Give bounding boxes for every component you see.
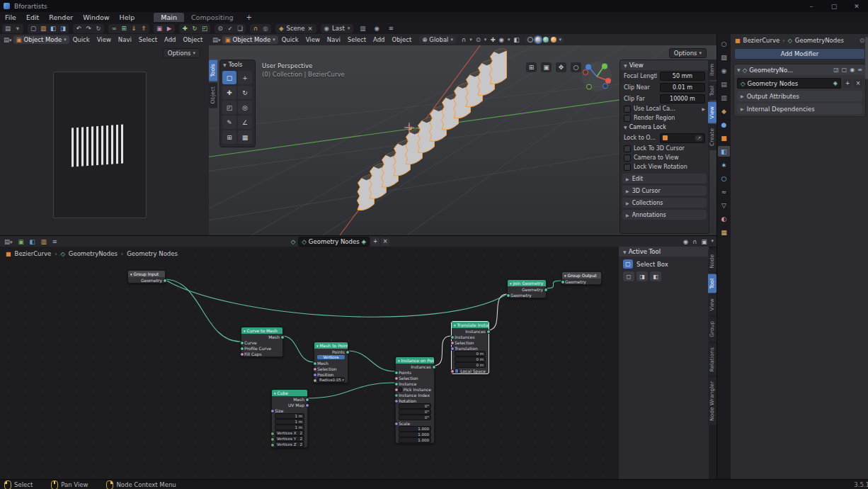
value-field[interactable]: 1 m (272, 413, 307, 419)
viewport-menu-navi[interactable]: Navi (115, 36, 135, 43)
render-image-icon[interactable]: ▣ (154, 24, 164, 33)
unlink-scene-icon[interactable]: × (307, 25, 312, 32)
breadcrumb-node-tree[interactable]: Geometry Nodes (127, 250, 178, 257)
socket-row-translation[interactable]: Translation (452, 345, 489, 351)
viewport-camera[interactable]: ▤▾ ▣ Object Mode▾ QuickViewNaviSelectAdd… (0, 34, 210, 235)
value-field[interactable]: 0° (396, 409, 434, 415)
file-save-as-icon[interactable]: ◨ (58, 24, 68, 33)
node-group-output[interactable]: ▾Group OutputGeometry (561, 271, 602, 285)
value-field-vertices-x[interactable]: Vertices X2 (272, 430, 307, 436)
checkbox-icon[interactable] (624, 164, 631, 171)
socket-row-instance-index[interactable]: Instance Index (396, 392, 434, 398)
breadcrumb-modifier[interactable]: GeometryNodes (795, 37, 844, 44)
proportional-editing-icon[interactable]: ◎ (261, 24, 270, 33)
zoom-icon[interactable]: ○ (571, 62, 581, 72)
value-field[interactable]: 0° (396, 415, 434, 420)
socket-row-profile-curve[interactable]: Profile Curve (241, 345, 282, 351)
modifier-extras-icon[interactable]: ≡ (857, 67, 862, 73)
value-field[interactable]: 0 m (452, 362, 489, 368)
overlay-icon[interactable]: ▣ (701, 238, 707, 245)
camera-viewport-canvas[interactable]: Options▾ (0, 45, 209, 235)
breadcrumb-modifier[interactable]: GeometryNodes (69, 250, 118, 257)
orientation-dropdown[interactable]: ⊕ Global▾ (419, 35, 456, 44)
section-internal-dependencies[interactable]: ▶Internal Dependencies (737, 103, 862, 114)
viewport-menu-select[interactable]: Select (135, 36, 161, 43)
import-icon[interactable]: ⇓ (129, 24, 139, 33)
workspace-tab-main[interactable]: Main (154, 13, 184, 22)
node-canvas[interactable]: ▾Group InputGeometry ▾Curve to MeshMeshC… (0, 247, 708, 480)
checkbox-icon[interactable] (624, 106, 631, 113)
tool-select-box[interactable]: ▢ (222, 71, 236, 84)
socket-row-instance[interactable]: Instance (396, 381, 434, 386)
node-translate-instances[interactable]: ▾Translate InstancesInstancesInstancesSe… (451, 321, 489, 374)
node-sidebar-tab-node-wrangler[interactable]: Node Wrangler (708, 377, 716, 425)
node-sidebar-tab-node[interactable]: Node (708, 250, 716, 273)
use-local-ca-checkbox[interactable]: Use Local Ca... ▶ (620, 104, 709, 113)
value-field-vertices-z[interactable]: Vertices Z2 (272, 442, 307, 447)
value-field[interactable]: 0 m (452, 356, 489, 362)
tool-scale[interactable]: ◰ (222, 101, 236, 114)
section-3d-cursor[interactable]: ▶3D Cursor (622, 186, 707, 196)
mode-dropdown[interactable]: ▣ Object Mode▾ (13, 35, 69, 44)
new-node-group-button[interactable]: + (843, 79, 852, 88)
node-sidebar-tab-view[interactable]: View (708, 294, 716, 315)
pivot-point-icon[interactable]: ⊙ (476, 36, 481, 43)
value-field[interactable]: 1 m (272, 425, 307, 430)
socket-row-instances[interactable]: Instances (452, 328, 489, 334)
editor-type-icon[interactable]: ▤ (3, 24, 13, 33)
section-collections[interactable]: ▶Collections (622, 198, 707, 208)
snap-magnet-icon[interactable]: ∩ (462, 36, 466, 43)
socket-row-selection[interactable]: Selection (396, 375, 434, 381)
xray-toggle-icon[interactable]: ◧ (513, 36, 519, 43)
viewport-menu-view[interactable]: View (93, 36, 115, 43)
scene-selector[interactable]: ◆ Scene × (275, 24, 316, 33)
breadcrumb-object[interactable]: BezierCurve (743, 37, 780, 44)
node-curve-to-mesh[interactable]: ▾Curve to MeshMeshCurveProfile CurveFill… (241, 327, 283, 357)
duplicate-icon[interactable]: ❏ (235, 24, 245, 33)
tool-rotate[interactable]: ↻ (238, 86, 252, 99)
socket-row-geometry[interactable]: Geometry (508, 292, 546, 298)
snap-options-caret[interactable]: ▾ (469, 37, 472, 43)
properties-tab-render[interactable]: ◉ (718, 65, 730, 76)
origin-icon[interactable]: ⊙ (215, 24, 225, 33)
shading-material-icon[interactable] (543, 37, 549, 43)
mode-dropdown[interactable]: Vertices (314, 354, 348, 360)
properties-tab-object-data[interactable]: ▽ (718, 200, 730, 210)
export-icon[interactable]: ⇑ (139, 24, 149, 33)
undo-icon[interactable]: ↶ (74, 24, 84, 33)
render-toggle-icon[interactable]: ◉ (850, 67, 855, 73)
viewport-options-button[interactable]: Options▾ (669, 48, 707, 58)
extras-icon[interactable]: ≡ (386, 24, 396, 33)
pin-id-icon[interactable]: ⊙ (860, 37, 864, 44)
checkbox-icon[interactable] (624, 145, 631, 152)
viewport-menu-quick[interactable]: Quick (278, 36, 302, 43)
properties-tab-texture[interactable]: ▦ (718, 227, 730, 237)
shading-solid-icon[interactable] (535, 37, 541, 43)
minimize-button[interactable]: – (807, 3, 816, 10)
camera-to-view-checkbox[interactable]: Camera to View (620, 153, 709, 162)
snapping-icon[interactable]: ∩ (692, 238, 697, 245)
unlink-node-group-button[interactable]: × (381, 237, 389, 246)
toolshelf-tab-object[interactable]: Object (209, 82, 217, 108)
new-node-group-button[interactable]: + (371, 237, 379, 246)
menu-help[interactable]: Help (115, 13, 140, 21)
node-cube[interactable]: ▾CubeMeshUV MapSize1 m1 m1 mVertices X2V… (271, 389, 308, 448)
viewport-3d[interactable]: ▤▾ ▣ Object Mode▾ QuickViewNaviSelectAdd… (209, 34, 716, 235)
navigation-gizmo[interactable] (581, 61, 612, 92)
link-icon[interactable]: ∞ (109, 24, 119, 33)
value-field-vertices-y[interactable]: Vertices Y2 (272, 436, 307, 442)
editor-type-icon[interactable]: ▤▾ (4, 36, 12, 43)
socket-row-scale[interactable]: Scale (396, 420, 434, 426)
overlays-caret[interactable]: ▾ (508, 37, 510, 43)
checkbox-icon[interactable] (624, 115, 631, 122)
select-extend-icon[interactable]: ◨ (636, 271, 648, 281)
socket-row-geometry[interactable]: Geometry (562, 279, 601, 284)
lock-view-rotation-checkbox[interactable]: Lock View Rotation (620, 162, 709, 172)
node-sidebar-tab-group[interactable]: Group (708, 317, 716, 342)
camera-view-icon[interactable]: ▣ (541, 62, 552, 72)
clip-far-field[interactable]: 10000 m (660, 94, 705, 103)
properties-tab-material[interactable]: ◐ (718, 213, 730, 224)
properties-tab-physics[interactable]: ○ (718, 173, 730, 184)
camera-lock-header[interactable]: ▼Camera Lock (620, 123, 709, 132)
pin-data-icon[interactable]: ▥ (41, 238, 47, 245)
